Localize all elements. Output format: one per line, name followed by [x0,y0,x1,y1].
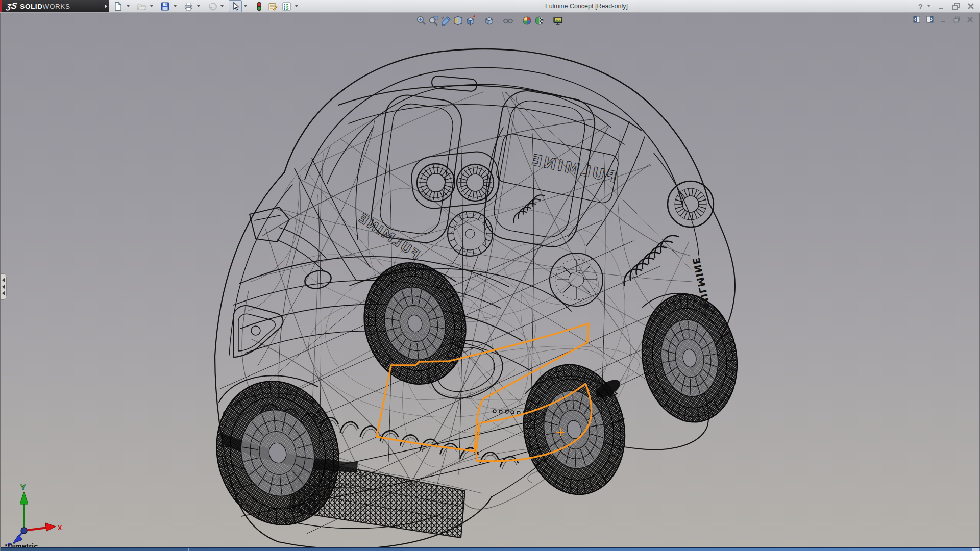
toolbar-separator [545,14,552,27]
select-dropdown-caret-icon[interactable] [242,1,248,12]
status-bar-edge [1,547,980,551]
title-bar[interactable]: ʒS SOLIDWORKS Fulmine Concept [Read-only… [0,0,980,13]
new-document-button[interactable] [111,0,125,12]
restore-document-button[interactable] [952,15,961,24]
toolbar-separator [476,14,483,27]
collapse-arrow-icon [2,278,5,282]
undo-dropdown-caret-icon[interactable] [219,1,225,12]
options-dropdown-caret-icon[interactable] [293,1,299,12]
zoom-to-area-button[interactable] [427,14,439,27]
headsup-view-toolbar [415,14,564,27]
zoom-to-fit-button[interactable] [415,14,427,27]
close-document-button[interactable] [965,15,974,24]
close-button[interactable] [966,1,976,11]
view-settings-button[interactable] [552,14,564,27]
solidworks-window: { "window": { "brand_mark": "ʒS", "brand… [0,0,980,551]
graphics-viewport[interactable]: FULMINE FULMINE FULMINE Y X Z *Dimetric [0,12,980,551]
new-document-dropdown-caret-icon[interactable] [125,1,131,12]
triad-y-label: Y [20,483,26,491]
display-style-button[interactable] [483,14,495,27]
main-toolbar [111,1,303,12]
triad-x-label: X [58,524,62,532]
file-properties-button[interactable] [266,0,279,12]
solidworks-logo: ʒS SOLIDWORKS [2,0,103,12]
view-orientation-button[interactable] [464,14,476,27]
collapse-right-panel-button[interactable] [925,15,935,24]
model-wireframe-scene[interactable]: FULMINE FULMINE FULMINE [1,12,980,551]
restore-button[interactable] [951,1,961,11]
apply-scene-button[interactable] [533,14,545,27]
resize-grip [972,548,979,551]
wheel [633,287,746,429]
print-button[interactable] [182,0,195,12]
open-button[interactable] [135,0,148,12]
minimize-button[interactable] [936,1,946,11]
document-window-controls [912,15,974,24]
window-controls: ? [918,0,976,12]
wheel [513,357,634,503]
options-button[interactable] [280,0,293,12]
solidworks-logo-solid: SOLID [20,3,42,10]
open-dropdown-caret-icon[interactable] [149,1,154,12]
collapse-arrow-icon [2,291,5,295]
help-caret-icon[interactable] [927,1,932,11]
print-dropdown-caret-icon[interactable] [195,1,201,12]
save-dropdown-caret-icon[interactable] [172,1,178,12]
previous-view-button[interactable] [439,14,452,27]
hide-show-items-button[interactable] [502,14,514,27]
document-title: Fulmine Concept [Read-only] [545,0,628,12]
svg-text:FULMINE: FULMINE [355,210,423,262]
reference-triad: Y X Z [1,482,72,548]
select-button[interactable] [229,0,242,12]
collapse-left-panel-button[interactable] [912,15,921,24]
svg-text:FULMINE: FULMINE [529,151,618,186]
help-icon[interactable]: ? [918,2,923,11]
rebuild-traffic-light-button[interactable] [252,0,265,12]
toolbar-separator [514,14,521,27]
minimize-document-button[interactable] [939,15,948,24]
save-button[interactable] [158,0,172,12]
section-view-button[interactable] [452,14,464,27]
feature-manager-collapsed-tab[interactable] [1,273,7,300]
toolbar-separator [495,14,502,27]
edit-appearance-button[interactable] [521,14,533,27]
undo-button[interactable] [205,0,218,12]
collapse-arrow-icon [2,285,5,289]
solidworks-logo-mark: ʒS [6,1,18,11]
menu-expand-arrow-icon[interactable] [103,0,109,12]
solidworks-logo-works: WORKS [43,3,70,10]
